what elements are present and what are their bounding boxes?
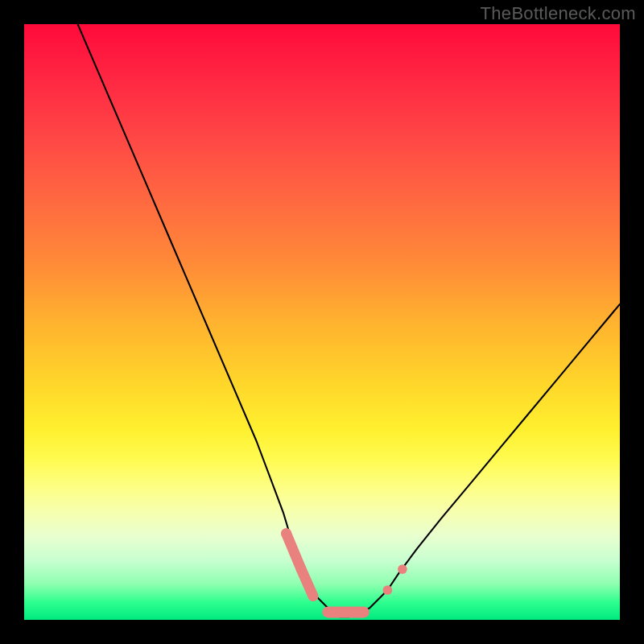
highlight-left-upper-cap — [281, 528, 291, 539]
marker-group — [281, 528, 407, 612]
chart-frame: TheBottleneck.com — [0, 0, 644, 644]
curve-group — [78, 24, 620, 617]
highlight-left-upper-seg — [287, 534, 302, 569]
highlight-left-lower-cap — [308, 591, 318, 601]
chart-overlay — [24, 24, 620, 620]
highlight-right-lower — [383, 585, 393, 595]
bottleneck-curve — [78, 24, 620, 617]
watermark-text: TheBottleneck.com — [481, 3, 636, 24]
highlight-right-upper — [398, 564, 407, 574]
plot-area — [24, 24, 620, 620]
highlight-left-mid-seg — [301, 569, 313, 596]
